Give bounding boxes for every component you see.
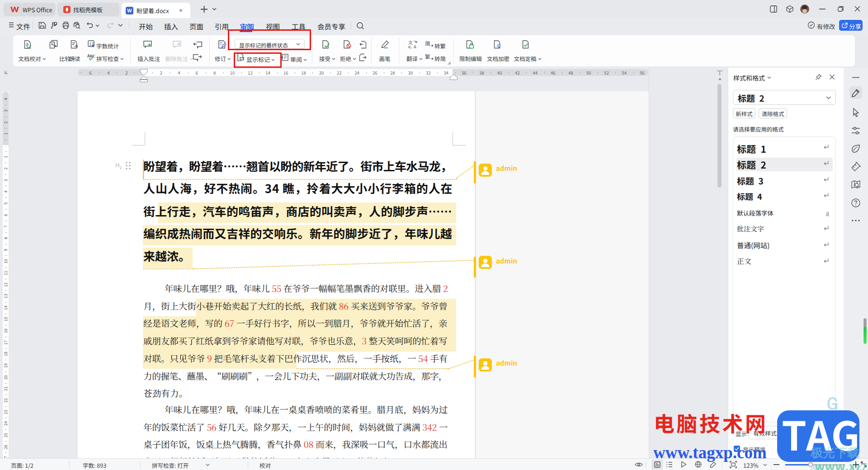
svg-text:繁: 繁 (425, 53, 430, 60)
svg-text:A: A (414, 43, 416, 49)
svg-text:a: a (26, 40, 29, 47)
svg-text:简: 简 (425, 40, 430, 47)
svg-text:ABC: ABC (87, 54, 95, 59)
svg-text:文: 文 (408, 40, 413, 46)
